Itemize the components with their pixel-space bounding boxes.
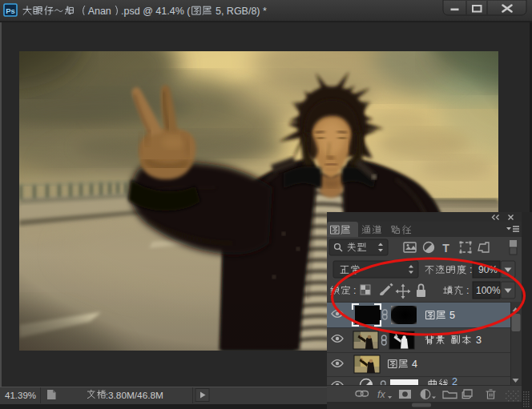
svg-text:Ps: Ps (6, 6, 15, 15)
svg-text:.psd @ 41.4% (: .psd @ 41.4% ( (121, 6, 191, 17)
svg-text:41.39%: 41.39% (5, 391, 36, 400)
svg-text::: : (466, 285, 469, 296)
svg-text:fx: fx (377, 389, 385, 400)
svg-text::: : (353, 285, 356, 296)
svg-text:100%: 100% (476, 285, 501, 296)
svg-text:4: 4 (412, 359, 417, 370)
svg-text:5, RGB/8) *: 5, RGB/8) * (216, 6, 267, 17)
svg-text:3: 3 (476, 335, 482, 346)
svg-text:T: T (442, 242, 449, 255)
svg-text::: : (470, 264, 472, 275)
svg-text::3.80M/46.8M: :3.80M/46.8M (106, 390, 163, 401)
svg-text:5: 5 (449, 310, 455, 321)
svg-text:Anan: Anan (88, 6, 111, 17)
